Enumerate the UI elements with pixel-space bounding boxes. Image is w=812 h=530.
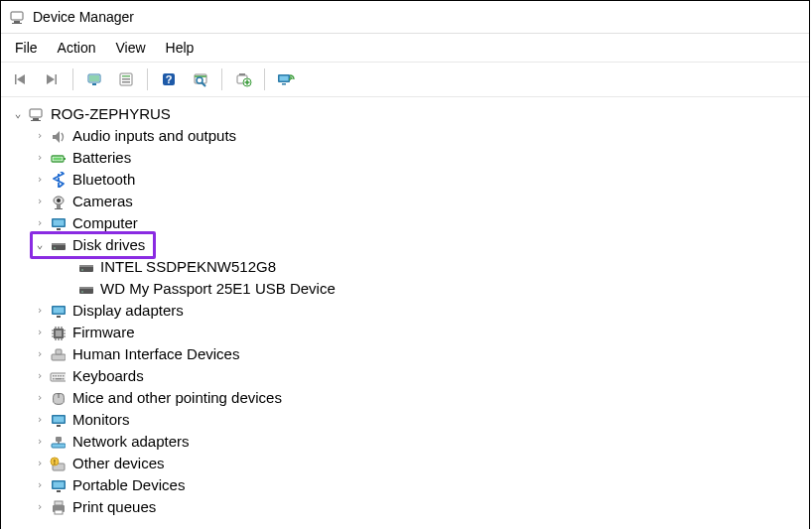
expander-icon[interactable]: › bbox=[33, 147, 47, 169]
properties-button[interactable] bbox=[111, 65, 141, 94]
tree-category-label: Mice and other pointing devices bbox=[70, 387, 284, 409]
menu-help[interactable]: Help bbox=[156, 38, 204, 58]
window-title: Device Manager bbox=[33, 9, 134, 25]
help-button[interactable] bbox=[154, 65, 184, 94]
expander-icon[interactable]: › bbox=[33, 365, 47, 387]
tree-category-hid[interactable]: › Human Interface Devices bbox=[5, 343, 805, 365]
tree-category-disk-drives[interactable]: ⌄ Disk drives bbox=[5, 234, 805, 256]
printer-icon bbox=[49, 498, 67, 516]
hdd-icon bbox=[49, 236, 67, 254]
tree-category-label: Keyboards bbox=[70, 365, 146, 387]
expander-icon[interactable]: › bbox=[33, 343, 47, 365]
tree-root[interactable]: ⌄ ROG-ZEPHYRUS bbox=[5, 103, 805, 125]
help-icon bbox=[160, 70, 178, 88]
camera-icon bbox=[49, 193, 67, 210]
menubar: File Action View Help bbox=[1, 34, 809, 62]
device-manager-window: Device Manager File Action View Help ⌄ R… bbox=[0, 0, 810, 529]
tree-category-label: Human Interface Devices bbox=[70, 343, 241, 365]
chip-icon bbox=[49, 324, 67, 341]
monitor-icon bbox=[49, 476, 67, 494]
back-icon bbox=[11, 70, 29, 88]
expander-icon[interactable]: › bbox=[33, 125, 47, 147]
hdd-icon bbox=[76, 258, 94, 276]
expander-icon[interactable]: ⌄ bbox=[33, 234, 47, 256]
forward-icon bbox=[43, 70, 61, 88]
tree-category-audio[interactable]: › Audio inputs and outputs bbox=[5, 125, 805, 147]
tree-category-label: Audio inputs and outputs bbox=[70, 125, 238, 147]
expander-icon[interactable]: › bbox=[33, 169, 47, 191]
toolbar-separator bbox=[147, 68, 148, 90]
tree-category-keyboards[interactable]: › Keyboards bbox=[5, 365, 805, 387]
unknown-device-icon bbox=[49, 455, 67, 472]
toolbar-separator bbox=[221, 68, 222, 90]
expander-icon[interactable]: › bbox=[33, 300, 47, 322]
network-icon bbox=[49, 433, 67, 451]
tree-category-label: Disk drives bbox=[70, 234, 147, 256]
tree-category-display-adapters[interactable]: › Display adapters bbox=[5, 300, 805, 322]
add-legacy-hardware-button[interactable] bbox=[228, 65, 258, 94]
battery-icon bbox=[49, 149, 67, 167]
properties-icon bbox=[117, 70, 135, 88]
expander-icon[interactable]: › bbox=[33, 453, 47, 474]
app-icon bbox=[9, 9, 25, 25]
tree-category-network-adapters[interactable]: › Network adapters bbox=[5, 431, 805, 453]
tree-category-label: Monitors bbox=[70, 409, 132, 431]
tree-category-portable-devices[interactable]: › Portable Devices bbox=[5, 474, 805, 496]
toolbar-separator bbox=[72, 68, 73, 90]
menu-view[interactable]: View bbox=[105, 38, 155, 58]
menu-file[interactable]: File bbox=[5, 38, 48, 58]
tree-category-label: Bluetooth bbox=[70, 169, 137, 191]
forward-button[interactable] bbox=[37, 65, 67, 94]
expander-icon[interactable]: › bbox=[33, 387, 47, 409]
expander-icon[interactable]: ⌄ bbox=[11, 103, 25, 125]
keyboard-icon bbox=[49, 367, 67, 385]
tree-device-wd-passport[interactable]: WD My Passport 25E1 USB Device bbox=[5, 278, 805, 300]
tree-device-label: INTEL SSDPEKNW512G8 bbox=[98, 256, 278, 278]
monitor-icon bbox=[49, 302, 67, 320]
tree-category-bluetooth[interactable]: › Bluetooth bbox=[5, 169, 805, 191]
hdd-icon bbox=[76, 280, 94, 298]
tree-category-firmware[interactable]: › Firmware bbox=[5, 322, 805, 343]
bluetooth-icon bbox=[49, 171, 67, 189]
tree-category-label: Firmware bbox=[70, 322, 137, 343]
expander-icon[interactable]: › bbox=[33, 409, 47, 431]
toolbar-separator bbox=[264, 68, 265, 90]
device-tree[interactable]: ⌄ ROG-ZEPHYRUS › Audio inputs and output… bbox=[1, 97, 809, 529]
remote-monitor-icon bbox=[277, 70, 295, 88]
tree-category-label: Portable Devices bbox=[70, 474, 187, 496]
panel-icon bbox=[85, 70, 103, 88]
tree-category-print-queues[interactable]: › Print queues bbox=[5, 496, 805, 518]
tree-category-batteries[interactable]: › Batteries bbox=[5, 147, 805, 169]
menu-action[interactable]: Action bbox=[48, 38, 106, 58]
titlebar: Device Manager bbox=[1, 1, 809, 34]
toolbar bbox=[1, 62, 809, 97]
expander-icon[interactable]: › bbox=[33, 191, 47, 212]
scan-icon bbox=[192, 70, 209, 88]
devices-by-connection-button[interactable] bbox=[271, 65, 301, 94]
highlight-annotation: ⌄ Disk drives bbox=[30, 231, 156, 259]
speaker-icon bbox=[49, 127, 67, 145]
add-device-icon bbox=[234, 70, 252, 88]
mouse-icon bbox=[49, 389, 67, 407]
scan-hardware-button[interactable] bbox=[186, 65, 215, 94]
expander-icon[interactable]: › bbox=[33, 496, 47, 518]
expander-icon[interactable]: › bbox=[33, 474, 47, 496]
back-button[interactable] bbox=[5, 65, 35, 94]
computer-icon bbox=[27, 105, 45, 123]
monitor-icon bbox=[49, 214, 67, 232]
tree-category-monitors[interactable]: › Monitors bbox=[5, 409, 805, 431]
show-hide-tree-button[interactable] bbox=[79, 65, 109, 94]
expander-icon[interactable]: › bbox=[33, 431, 47, 453]
tree-category-label: Print queues bbox=[70, 496, 158, 518]
tree-category-label: Other devices bbox=[70, 453, 167, 474]
tree-category-label: Network adapters bbox=[70, 431, 192, 453]
expander-icon[interactable]: › bbox=[33, 322, 47, 343]
hid-icon bbox=[49, 345, 67, 363]
monitor-icon bbox=[49, 411, 67, 429]
tree-category-mice[interactable]: › Mice and other pointing devices bbox=[5, 387, 805, 409]
tree-category-cameras[interactable]: › Cameras bbox=[5, 191, 805, 212]
tree-category-label: Display adapters bbox=[70, 300, 186, 322]
tree-device-intel-ssd[interactable]: INTEL SSDPEKNW512G8 bbox=[5, 256, 805, 278]
tree-category-other-devices[interactable]: › Other devices bbox=[5, 453, 805, 474]
tree-category-label: Cameras bbox=[70, 191, 135, 212]
